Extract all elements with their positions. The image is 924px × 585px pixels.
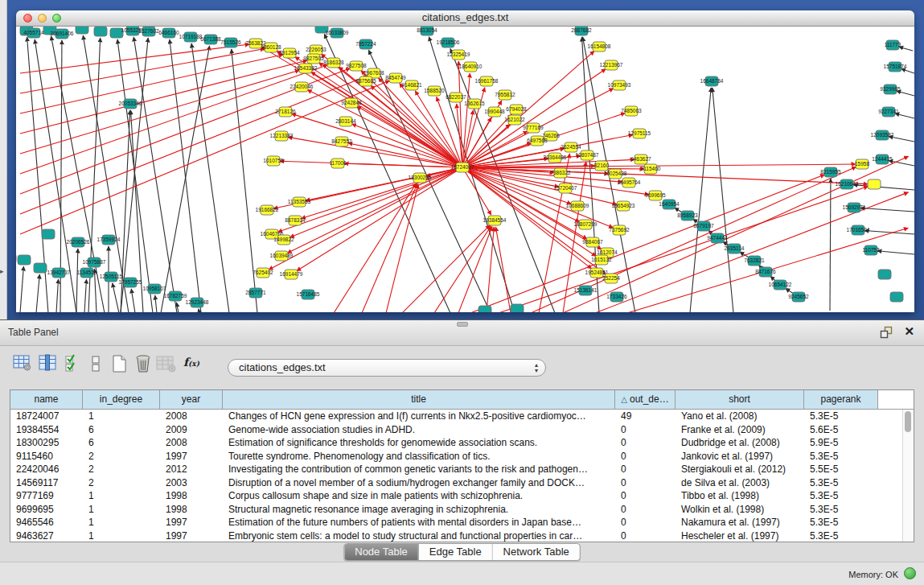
network-node[interactable]: 12213967 <box>600 60 623 70</box>
table-cell[interactable]: Wolkin et al. (1998) <box>676 503 804 517</box>
table-cell[interactable]: 2003 <box>160 476 223 490</box>
table-cell[interactable]: 1 <box>83 489 160 503</box>
network-node[interactable]: 9329965 <box>880 84 901 94</box>
table-cell[interactable]: Franke et al. (2009) <box>676 423 804 437</box>
network-node[interactable]: 15958 <box>855 159 869 169</box>
table-cell[interactable]: 1998 <box>160 489 223 503</box>
network-node[interactable] <box>868 179 881 189</box>
table-cell[interactable]: Tibbo et al. (1998) <box>676 489 804 503</box>
network-node[interactable]: 8471676 <box>755 267 776 277</box>
citation-network-graph[interactable]: 4055714206914061055328715276026466160107… <box>16 27 914 312</box>
table-cell[interactable]: Embryonic stem cells: a model to study s… <box>223 529 615 543</box>
scrollbar-thumb[interactable] <box>905 411 911 432</box>
delete-columns-icon[interactable] <box>133 354 153 373</box>
network-node[interactable]: 9777169 <box>523 123 544 133</box>
network-node[interactable]: 7386322 <box>550 168 571 178</box>
table-cell[interactable]: 18300295 <box>10 436 83 450</box>
table-row[interactable]: 969969511998Structural magnetic resonanc… <box>10 503 914 517</box>
zoom-window-icon[interactable] <box>52 14 61 23</box>
table-cell[interactable]: Stergiakouli et al. (2012) <box>676 463 804 476</box>
network-node[interactable]: 13942737 <box>47 268 71 278</box>
table-cell[interactable]: 5.6E-5 <box>804 423 878 437</box>
table-cell[interactable]: 0 <box>615 503 676 517</box>
network-node[interactable]: 6497568 <box>527 136 548 146</box>
row-height-icon[interactable] <box>90 354 101 373</box>
network-node[interactable]: 7625402 <box>253 268 273 278</box>
table-cell[interactable]: 19384554 <box>10 423 83 437</box>
network-node[interactable]: 12325419 <box>447 50 470 60</box>
tab-node-table[interactable]: Node Table <box>344 544 419 560</box>
network-node[interactable]: 9699695 <box>645 191 666 200</box>
network-node[interactable]: 15751874 <box>884 62 907 72</box>
table-cell[interactable]: 14569117 <box>10 476 83 490</box>
network-node[interactable] <box>478 306 491 312</box>
network-node[interactable]: 82160 <box>594 161 609 171</box>
network-window-titlebar[interactable]: citations_edges.txt <box>16 10 914 27</box>
column-header-out_de[interactable]: △out_de… <box>615 390 676 410</box>
table-cell[interactable]: 5.3E-5 <box>804 516 878 529</box>
close-window-icon[interactable] <box>23 14 32 23</box>
table-cell[interactable]: 9777169 <box>10 489 83 503</box>
table-cell[interactable]: 2008 <box>160 436 223 450</box>
delete-table-icon[interactable] <box>156 354 177 373</box>
vertical-scrollbar[interactable] <box>902 410 914 542</box>
table-cell[interactable]: Hescheler et al. (1997) <box>676 529 804 543</box>
network-node[interactable]: 9474444 <box>707 233 728 243</box>
network-node[interactable]: 1134519 <box>77 268 97 278</box>
table-row[interactable]: 1872400712008Changes of HCN gene express… <box>10 410 914 423</box>
table-cell[interactable]: 5.3E-5 <box>804 489 878 503</box>
network-node[interactable]: 17016504 <box>847 225 870 235</box>
column-header-name[interactable]: name <box>10 390 83 410</box>
table-row[interactable]: 1456911722003Disruption of a novel membe… <box>10 476 914 490</box>
network-node[interactable]: 9463627 <box>630 154 651 164</box>
panel-expand-arrow-icon[interactable]: ▸ <box>0 267 4 275</box>
network-node[interactable]: 6679197 <box>693 221 714 231</box>
table-cell[interactable]: Tourette syndrome. Phenomenology and cla… <box>223 450 615 463</box>
network-node[interactable]: 8912954 <box>279 48 300 58</box>
network-node[interactable]: 20364486 <box>544 153 567 163</box>
table-cell[interactable]: 5.9E-5 <box>804 436 878 450</box>
create-table-icon[interactable] <box>111 354 129 373</box>
node-table[interactable]: namein_degreeyeartitle△out_de…shortpager… <box>10 389 914 542</box>
table-settings-icon[interactable] <box>13 354 32 372</box>
network-node[interactable] <box>42 229 55 239</box>
network-node[interactable]: 19166822 <box>256 205 279 215</box>
network-node[interactable]: 1621022 <box>504 115 525 125</box>
network-node[interactable]: 20206526 <box>67 237 90 247</box>
network-node[interactable] <box>890 292 903 302</box>
table-cell[interactable]: Corpus callosum shape and size in male p… <box>223 489 615 503</box>
network-node[interactable]: 12213383 <box>270 131 294 141</box>
network-node[interactable]: 16033809 <box>326 28 349 38</box>
network-node[interactable] <box>34 263 47 273</box>
table-cell[interactable]: Yano et al. (2008) <box>676 410 804 423</box>
column-header-short[interactable]: short <box>676 390 804 410</box>
network-node[interactable]: 15692971 <box>843 203 866 212</box>
table-cell[interactable]: 22420046 <box>10 463 83 476</box>
network-node[interactable] <box>18 255 31 265</box>
table-cell[interactable]: 0 <box>615 489 676 503</box>
network-node[interactable]: 2718126 <box>275 107 296 117</box>
table-cell[interactable]: Structural magnetic resonance image aver… <box>223 503 615 517</box>
network-node[interactable]: 8813054 <box>417 27 437 35</box>
network-node[interactable]: 1244415 <box>872 154 893 164</box>
network-node[interactable]: 12975115 <box>628 129 651 138</box>
table-cell[interactable]: 0 <box>615 476 676 490</box>
table-cell[interactable]: Nakamura et al. (1997) <box>676 516 804 529</box>
network-node[interactable]: 16782759 <box>164 291 187 301</box>
network-node[interactable]: 7632821 <box>744 256 765 266</box>
table-cell[interactable]: 1997 <box>160 516 223 529</box>
table-panel-header[interactable]: Table Panel ✕ <box>0 320 924 346</box>
network-node[interactable]: 11353553 <box>288 197 311 207</box>
table-row[interactable]: 977716911998Corpus callosum shape and si… <box>10 489 914 503</box>
table-cell[interactable]: 0 <box>615 463 676 476</box>
network-node[interactable]: 19218506 <box>437 38 460 47</box>
network-node[interactable]: 7955812 <box>495 90 515 100</box>
table-cell[interactable]: 1 <box>83 410 160 423</box>
network-node[interactable]: 9146821 <box>401 80 422 90</box>
network-node[interactable]: 19384554 <box>483 216 507 225</box>
network-node[interactable]: 9827505 <box>303 54 324 64</box>
table-cell[interactable]: de Silva et al. (2003) <box>676 476 804 490</box>
network-node[interactable]: 2226053 <box>306 45 326 55</box>
network-node[interactable]: 16961758 <box>475 76 499 86</box>
network-node[interactable]: 15720407 <box>554 183 577 193</box>
